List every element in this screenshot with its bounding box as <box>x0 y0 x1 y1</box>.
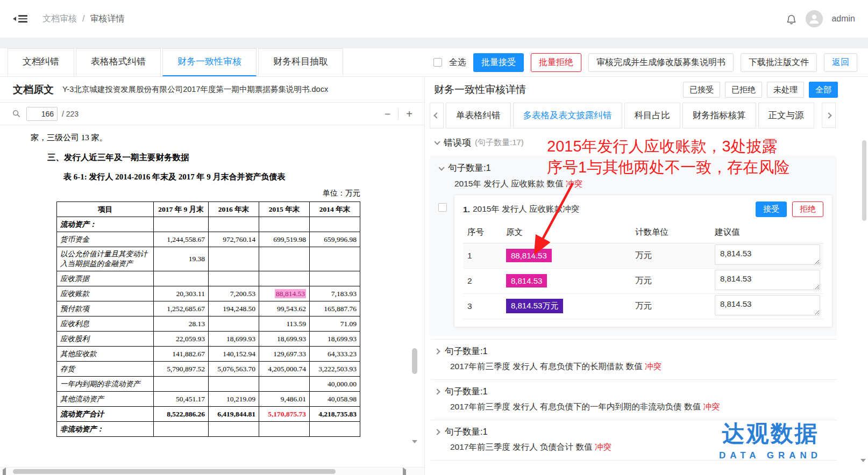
document-panel-title: 文档原文 <box>13 83 54 97</box>
page-number-input[interactable] <box>26 107 58 121</box>
document-scroll-down-arrow[interactable] <box>412 443 417 453</box>
document-vertical-scrollbar-thumb[interactable] <box>412 348 417 374</box>
zoom-in-button[interactable]: + <box>406 109 412 119</box>
expanded-group-header[interactable]: 句子数量:1 <box>434 160 833 176</box>
doc-table-row: 流动资产： <box>57 217 360 232</box>
original-value-chip[interactable]: 88,814.53 <box>506 249 552 262</box>
review-tab[interactable]: 单表格纠错 <box>446 103 511 128</box>
doc-cell <box>259 377 310 392</box>
review-tab[interactable]: 财务指标核算 <box>682 103 756 128</box>
collapsed-item-header[interactable]: 句子数量:1 <box>435 346 834 357</box>
zoom-out-button[interactable]: − <box>385 109 391 119</box>
highlighted-value[interactable]: 88,814.53 <box>275 289 306 298</box>
document-horizontal-scrollbar[interactable] <box>0 467 424 475</box>
doc-cell: 699,519.98 <box>259 232 310 247</box>
doc-row-label: 应收票据 <box>57 271 154 286</box>
doc-cell: 40,058.98 <box>310 392 360 407</box>
doc-table-row: 流动资产合计8,522,886.266,419,844.815,170,875.… <box>57 407 360 422</box>
doc-cell: 5,170,875.73 <box>259 407 310 422</box>
doc-table-row: 一年内到期的非流动资产40,000.00 <box>57 377 360 392</box>
doc-cell: 1,244,558.67 <box>154 232 209 247</box>
scroll-left-arrow[interactable] <box>3 470 6 475</box>
doc-cell: 3,222,503.93 <box>310 362 360 377</box>
error-section-header[interactable]: 错误项 (句子数量:17) <box>435 136 868 149</box>
doc-cell <box>154 422 209 437</box>
doc-row-label: 以公允价值计量且其变动计入当期损益的金融资产 <box>57 247 154 271</box>
user-avatar[interactable] <box>806 10 823 27</box>
review-vertical-scrollbar-thumb[interactable] <box>862 140 866 221</box>
review-tab[interactable]: 正文与源 <box>758 103 814 128</box>
collapsed-item-header[interactable]: 句子数量:1 <box>435 386 834 398</box>
document-panel-header: 文档原文 Y-3北京城建投资发展股份有限公司2017年度第一期中期票据募集说明书… <box>0 77 424 103</box>
error-card-row: 1. 2015年 发行人 应收账款 冲突 接受 拒绝 序号原文计数单位建议值 1 <box>438 195 833 327</box>
filter-button[interactable]: 未处理 <box>767 82 804 98</box>
doc-cell <box>154 217 209 232</box>
doc-cell <box>209 316 259 332</box>
doc-table-header-cell: 2015 年末 <box>259 202 310 217</box>
tabs-scroll-right-button[interactable] <box>822 103 836 128</box>
error-item-checkbox[interactable] <box>438 203 447 212</box>
filter-button[interactable]: 已拒绝 <box>725 82 762 98</box>
notification-bell-icon[interactable] <box>786 13 797 25</box>
document-section-heading: 三、发行人近三年及一期主要财务数据 <box>47 152 424 163</box>
accept-button[interactable]: 接受 <box>756 201 787 217</box>
toolbar-tab[interactable]: 财务科目抽取 <box>258 48 343 76</box>
app-window: 文档审核 / 审核详情 admin 文档纠错表格格式纠错财务一致性审核财务科目抽… <box>0 0 868 475</box>
doc-cell <box>310 247 360 271</box>
document-horizontal-scrollbar-thumb[interactable] <box>13 469 336 474</box>
header-actions: admin <box>786 10 855 27</box>
toolbar-tab[interactable]: 表格格式纠错 <box>76 48 161 76</box>
download-annotated-button[interactable]: 下载批注版文件 <box>741 53 817 72</box>
doc-row-label: 一年内到期的非流动资产 <box>57 377 154 392</box>
doc-cell <box>209 217 259 232</box>
reject-button[interactable]: 拒绝 <box>792 201 823 217</box>
breadcrumb-root[interactable]: 文档审核 <box>42 13 77 25</box>
original-value-chip[interactable]: 8,814.53 <box>506 274 547 287</box>
collapsed-error-item[interactable]: 句子数量:12017年前三季度 发行人 有息负债下的长期借款 数值 冲突 <box>431 340 837 380</box>
doc-table-row: 预付款项1,252,685.67194,248.5099,543.62165,8… <box>57 301 360 316</box>
review-tab[interactable]: 科目占比 <box>624 103 680 128</box>
error-card-title: 2015年 发行人 应收账款 <box>473 204 563 215</box>
back-button[interactable]: 返回 <box>824 53 857 72</box>
review-tabs-strip: 单表格纠错多表格及表文披露纠错科目占比财务指标核算正文与源 <box>444 103 820 128</box>
review-scroll-down-arrow[interactable] <box>860 462 866 472</box>
doc-table-row: 非流动资产： <box>57 422 360 437</box>
filter-button[interactable]: 全部 <box>809 82 838 98</box>
batch-reject-button[interactable]: 批量拒绝 <box>531 53 581 72</box>
suggestion-input[interactable] <box>715 270 820 290</box>
detail-suggestion-cell <box>710 293 823 319</box>
collapsed-error-item[interactable]: 句子数量:12017年前三季度 发行人 有息负债下的一年内到期的非流动负债 数值… <box>431 380 837 420</box>
error-section-label: 错误项 <box>444 136 471 149</box>
doc-cell: 40,000.00 <box>310 377 360 392</box>
doc-table-row: 应收利息28.13113.5971.09 <box>57 316 360 332</box>
doc-table-row: 应收股利22,059.9318,699.9318,699.9318,699.93 <box>57 332 360 347</box>
doc-cell: 129,697.33 <box>259 347 310 362</box>
magnifier-icon[interactable] <box>12 109 21 118</box>
toolbar-tab[interactable]: 文档纠错 <box>8 48 74 76</box>
suggestion-input[interactable] <box>715 244 820 265</box>
review-tab[interactable]: 多表格及表文披露纠错 <box>513 103 622 128</box>
document-toolbar: / 223 − + <box>0 103 424 125</box>
toolbar-tab[interactable]: 财务一致性审核 <box>162 48 257 76</box>
doc-cell: 141,882.67 <box>154 347 209 362</box>
sentence-count-label: 句子数量:1 <box>445 386 488 398</box>
sentence-count-label: 句子数量:1 <box>448 162 491 174</box>
scroll-right-arrow[interactable] <box>403 470 406 475</box>
tabs-scroll-left-button[interactable] <box>430 103 444 128</box>
review-toolbar: 文档纠错表格格式纠错财务一致性审核财务科目抽取 全选 批量接受 批量拒绝 审核完… <box>0 48 868 77</box>
conflict-tag: 冲突 <box>703 402 720 411</box>
original-value-chip[interactable]: 8,814.53万元 <box>506 299 563 313</box>
error-card-header: 1. 2015年 发行人 应收账款 冲突 接受 拒绝 <box>463 201 823 217</box>
select-all-checkbox[interactable] <box>433 58 442 67</box>
detail-row: 38,814.53万元万元 <box>463 293 823 319</box>
finish-generate-button[interactable]: 审核完成并生成修改版募集说明书 <box>588 53 734 72</box>
suggestion-input[interactable] <box>715 295 820 315</box>
menu-fold-icon[interactable] <box>13 13 27 24</box>
menu-bars-icon <box>18 13 27 24</box>
document-table-caption: 表 6-1: 发行人 2014-2016 年末及 2017 年 9 月末合并资产… <box>63 172 424 182</box>
batch-accept-button[interactable]: 批量接受 <box>473 53 524 72</box>
filter-button[interactable]: 已接受 <box>683 82 720 98</box>
breadcrumb-separator: / <box>82 14 84 24</box>
doc-cell: 4,218,735.83 <box>310 407 360 422</box>
doc-cell <box>310 217 360 232</box>
